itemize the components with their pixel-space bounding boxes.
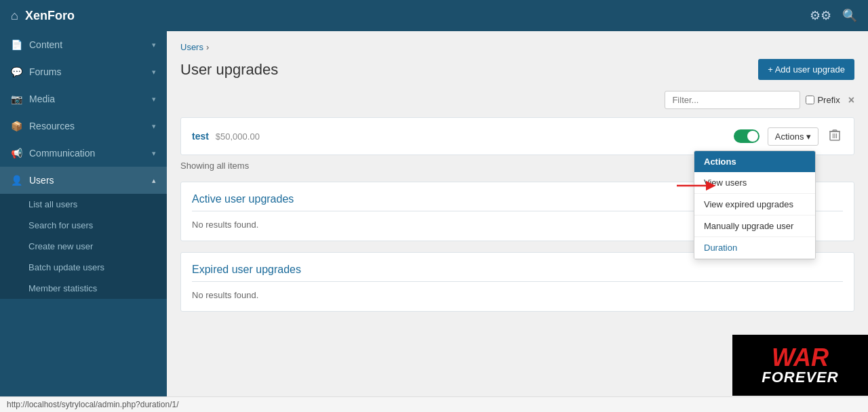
chevron-down-icon: ▾: [152, 41, 156, 49]
dropdown-view-expired-upgrades[interactable]: View expired upgrades: [694, 194, 815, 215]
upgrade-info: test $50,000.00: [192, 131, 260, 142]
communication-icon: 📢: [11, 148, 22, 159]
page-title: User upgrades: [180, 61, 278, 79]
sidebar-item-media[interactable]: 📷 Media ▾: [0, 85, 167, 112]
users-submenu: List all users Search for users Create n…: [0, 194, 167, 299]
breadcrumb-users-link[interactable]: Users: [180, 42, 203, 52]
topnav-right: ⚙⚙ 🔍: [810, 8, 857, 23]
submenu-list-all-users[interactable]: List all users: [0, 194, 167, 215]
submenu-batch-update-users[interactable]: Batch update users: [0, 257, 167, 278]
sidebar-item-resources[interactable]: 📦 Resources ▾: [0, 112, 167, 140]
upgrade-name[interactable]: test: [192, 131, 209, 142]
upgrade-row: test $50,000.00 Actions ▾: [180, 117, 854, 155]
sidebar-item-label: Media: [29, 94, 55, 104]
filter-bar: Prefix ×: [180, 91, 854, 109]
settings-icon[interactable]: ⚙⚙: [810, 8, 831, 23]
watermark-line1: WAR: [772, 346, 829, 370]
breadcrumb: Users ›: [180, 42, 854, 52]
filter-prefix-option: Prefix: [806, 95, 840, 105]
sidebar-item-label: Forums: [29, 66, 61, 77]
expired-user-upgrades-section: Expired user upgrades No results found.: [180, 252, 854, 312]
resources-icon: 📦: [11, 121, 22, 131]
submenu-member-statistics[interactable]: Member statistics: [0, 278, 167, 299]
content-icon: 📄: [11, 39, 22, 50]
sidebar-item-content[interactable]: 📄 Content ▾: [0, 31, 167, 58]
sidebar-item-communication[interactable]: 📢 Communication ▾: [0, 140, 167, 167]
expired-no-results: No results found.: [192, 290, 843, 300]
dropdown-header: Actions: [694, 151, 815, 172]
chevron-down-icon: ▾: [152, 95, 156, 104]
sidebar-item-label: Users: [29, 175, 54, 186]
filter-close-button[interactable]: ×: [848, 94, 854, 106]
upgrade-price: $50,000.00: [216, 131, 260, 142]
delete-button[interactable]: [827, 126, 843, 146]
dropdown-manually-upgrade-user[interactable]: Manually upgrade user: [694, 215, 815, 237]
chevron-down-icon: ▾: [152, 122, 156, 131]
expired-user-upgrades-title: Expired user upgrades: [192, 264, 843, 282]
media-icon: 📷: [11, 94, 22, 104]
sidebar-item-users[interactable]: 👤 Users ▴: [0, 167, 167, 194]
submenu-create-new-user[interactable]: Create new user: [0, 236, 167, 257]
topnav-left: ⌂ XenForo: [11, 9, 75, 23]
statusbar-url: http://localhost/sytrylocal/admin.php?du…: [7, 400, 178, 409]
prefix-label: Prefix: [817, 95, 840, 105]
search-icon[interactable]: 🔍: [842, 8, 857, 23]
brand-name: XenForo: [25, 9, 75, 23]
sidebar-item-label: Communication: [29, 148, 95, 159]
submenu-search-for-users[interactable]: Search for users: [0, 215, 167, 236]
chevron-up-icon: ▴: [152, 176, 156, 185]
upgrade-row-right: Actions ▾ Actions View users View: [734, 126, 843, 146]
page-header: User upgrades + Add user upgrade: [180, 59, 854, 80]
trash-icon: [829, 129, 840, 141]
actions-button[interactable]: Actions ▾: [768, 127, 818, 146]
statusbar: http://localhost/sytrylocal/admin.php?du…: [0, 396, 868, 412]
topnav: ⌂ XenForo ⚙⚙ 🔍: [0, 0, 868, 31]
prefix-checkbox[interactable]: [806, 96, 814, 104]
filter-input[interactable]: [665, 91, 800, 109]
upgrade-toggle[interactable]: [734, 129, 760, 143]
sidebar-item-label: Resources: [29, 121, 75, 131]
watermark: WAR FOREVER: [732, 335, 868, 396]
add-user-upgrade-button[interactable]: + Add user upgrade: [758, 59, 854, 80]
sidebar: 📄 Content ▾ 💬 Forums ▾ 📷 Media ▾ 📦 Resou…: [0, 31, 167, 396]
chevron-down-icon: ▾: [152, 149, 156, 158]
home-icon[interactable]: ⌂: [11, 9, 18, 23]
breadcrumb-separator: ›: [206, 42, 209, 52]
forums-icon: 💬: [11, 66, 22, 77]
users-icon: 👤: [11, 175, 22, 186]
sidebar-item-forums[interactable]: 💬 Forums ▾: [0, 58, 167, 85]
sidebar-item-label: Content: [29, 39, 62, 50]
dropdown-duration[interactable]: Duration: [694, 237, 815, 259]
watermark-line2: FOREVER: [762, 370, 838, 385]
dropdown-view-users[interactable]: View users: [694, 172, 815, 194]
chevron-down-icon: ▾: [152, 68, 156, 77]
actions-dropdown: Actions View users View expired upgrades…: [694, 150, 816, 260]
